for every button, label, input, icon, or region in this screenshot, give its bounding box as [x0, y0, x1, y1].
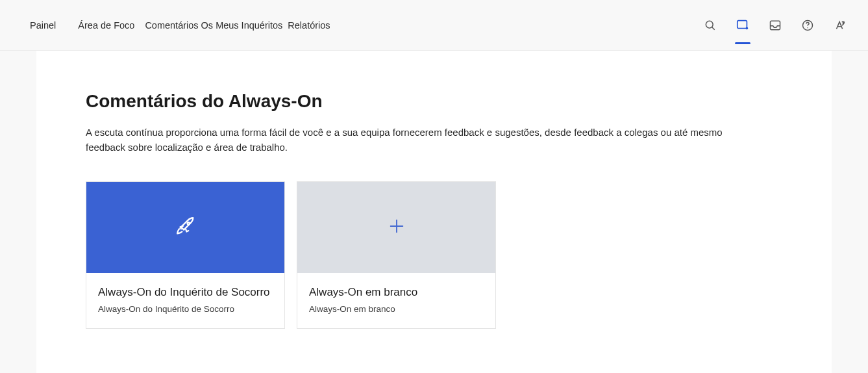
- svg-rect-2: [738, 20, 747, 28]
- card-title: Always-On em branco: [309, 286, 484, 299]
- content-wrap: Comentários do Always-On A escuta contín…: [0, 51, 868, 373]
- card-list: Always-On do Inquérito de Socorro Always…: [86, 181, 782, 329]
- language-icon[interactable]: [832, 17, 849, 34]
- card-body: Always-On em branco Always-On em branco: [297, 273, 495, 328]
- nav-area-de-foco[interactable]: Área de Foco: [78, 20, 134, 31]
- content-card: Comentários do Always-On A escuta contín…: [36, 51, 832, 373]
- svg-point-0: [706, 21, 713, 28]
- nav-os-meus-inqueritos[interactable]: Os Meus Inquéritos: [201, 20, 283, 31]
- svg-point-7: [187, 222, 189, 224]
- nav-comentarios[interactable]: Comentários: [145, 20, 198, 31]
- card-blank[interactable]: Always-On em branco Always-On em branco: [297, 181, 496, 329]
- svg-point-3: [746, 27, 749, 29]
- card-hero: [297, 182, 495, 273]
- card-subtitle: Always-On em branco: [309, 304, 484, 314]
- card-body: Always-On do Inquérito de Socorro Always…: [86, 273, 284, 328]
- card-hero: [86, 182, 284, 273]
- card-title: Always-On do Inquérito de Socorro: [98, 286, 273, 299]
- search-icon[interactable]: [702, 17, 719, 34]
- nav-painel[interactable]: Painel: [30, 20, 56, 31]
- inbox-icon[interactable]: [767, 17, 784, 34]
- nav-relatorios[interactable]: Relatórios: [288, 20, 330, 31]
- page-title: Comentários do Always-On: [86, 91, 782, 112]
- plus-icon: [388, 217, 406, 238]
- survey-icon[interactable]: [734, 17, 751, 34]
- page-description: A escuta contínua proporciona uma forma …: [86, 125, 728, 155]
- help-icon[interactable]: [799, 17, 816, 34]
- card-socorro[interactable]: Always-On do Inquérito de Socorro Always…: [86, 181, 285, 329]
- rocket-icon: [175, 215, 197, 240]
- card-subtitle: Always-On do Inquérito de Socorro: [98, 304, 273, 314]
- svg-rect-4: [771, 21, 780, 29]
- svg-line-1: [712, 27, 715, 29]
- toolbar: [702, 17, 849, 34]
- svg-point-6: [807, 27, 808, 28]
- top-bar: Painel Área de Foco Comentários Os Meus …: [0, 0, 868, 51]
- main-nav: Painel Área de Foco Comentários Os Meus …: [30, 20, 330, 31]
